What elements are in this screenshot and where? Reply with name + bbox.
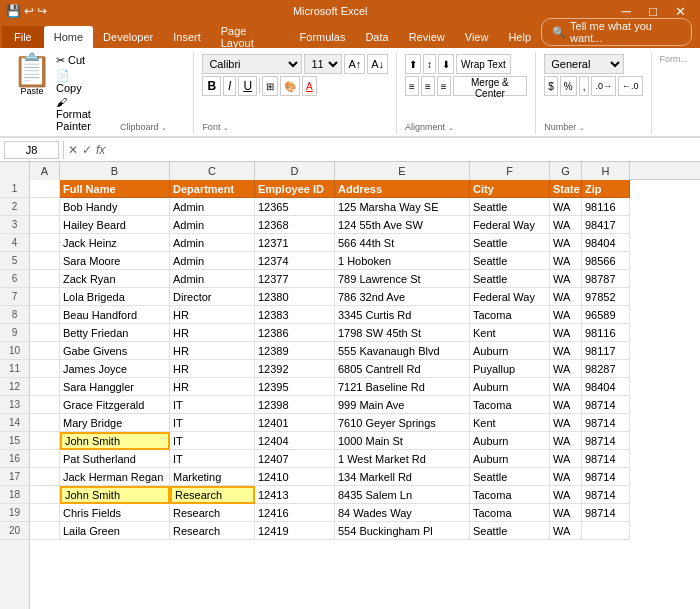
table-row[interactable]: Jack Herman Regan Marketing 12410 134 Ma… — [30, 468, 630, 486]
cell-d14[interactable]: 12401 — [255, 414, 335, 432]
cell-d4[interactable]: 12371 — [255, 234, 335, 252]
cell-d2[interactable]: 12365 — [255, 198, 335, 216]
percent-button[interactable]: % — [560, 76, 577, 96]
table-row[interactable]: John Smith Research 12413 8435 Salem Ln … — [30, 486, 630, 504]
cell-g8[interactable]: WA — [550, 306, 582, 324]
cell-b20[interactable]: Laila Green — [60, 522, 170, 540]
cell-h10[interactable]: 98117 — [582, 342, 630, 360]
font-family-select[interactable]: Calibri — [202, 54, 302, 74]
cell-f1[interactable]: City — [470, 180, 550, 198]
tab-formulas[interactable]: Formulas — [290, 26, 356, 48]
cell-g6[interactable]: WA — [550, 270, 582, 288]
cell-b12[interactable]: Sara Hanggler — [60, 378, 170, 396]
cell-c8[interactable]: HR — [170, 306, 255, 324]
cell-h9[interactable]: 98116 — [582, 324, 630, 342]
cell-e14[interactable]: 7610 Geyer Springs — [335, 414, 470, 432]
cell-c10[interactable]: HR — [170, 342, 255, 360]
wrap-text-button[interactable]: Wrap Text — [456, 54, 511, 74]
cell-b14[interactable]: Mary Bridge — [60, 414, 170, 432]
underline-button[interactable]: U — [238, 76, 257, 96]
table-row[interactable]: Hailey Beard Admin 12368 124 55th Ave SW… — [30, 216, 630, 234]
cell-e16[interactable]: 1 West Market Rd — [335, 450, 470, 468]
format-painter-button[interactable]: 🖌 Format Painter — [56, 96, 98, 132]
cell-f11[interactable]: Puyallup — [470, 360, 550, 378]
cell-e5[interactable]: 1 Hoboken — [335, 252, 470, 270]
cell-d7[interactable]: 12380 — [255, 288, 335, 306]
number-format-select[interactable]: General — [544, 54, 624, 74]
cut-button[interactable]: ✂ Cut — [56, 54, 98, 67]
cell-f13[interactable]: Tacoma — [470, 396, 550, 414]
cell-b19[interactable]: Chris Fields — [60, 504, 170, 522]
cell-d8[interactable]: 12383 — [255, 306, 335, 324]
table-row[interactable]: Pat Sutherland IT 12407 1 West Market Rd… — [30, 450, 630, 468]
cell-d11[interactable]: 12392 — [255, 360, 335, 378]
cell-b10[interactable]: Gabe Givens — [60, 342, 170, 360]
cell-e9[interactable]: 1798 SW 45th St — [335, 324, 470, 342]
cell-e11[interactable]: 6805 Cantrell Rd — [335, 360, 470, 378]
col-header-d[interactable]: D — [255, 162, 335, 180]
cell-b9[interactable]: Betty Friedan — [60, 324, 170, 342]
cell-h3[interactable]: 98417 — [582, 216, 630, 234]
cell-g13[interactable]: WA — [550, 396, 582, 414]
redo-qa-button[interactable]: ↪ — [37, 4, 47, 18]
insert-function-icon[interactable]: fx — [96, 143, 105, 157]
cell-g12[interactable]: WA — [550, 378, 582, 396]
table-row[interactable]: Lola Brigeda Director 12380 786 32nd Ave… — [30, 288, 630, 306]
cell-e18[interactable]: 8435 Salem Ln — [335, 486, 470, 504]
cell-g14[interactable]: WA — [550, 414, 582, 432]
cell-e4[interactable]: 566 44th St — [335, 234, 470, 252]
cell-b17[interactable]: Jack Herman Regan — [60, 468, 170, 486]
table-row[interactable]: Sara Hanggler HR 12395 7121 Baseline Rd … — [30, 378, 630, 396]
tab-view[interactable]: View — [455, 26, 499, 48]
cell-reference-input[interactable] — [4, 141, 59, 159]
cell-e7[interactable]: 786 32nd Ave — [335, 288, 470, 306]
save-qa-button[interactable]: 💾 — [6, 4, 21, 18]
col-header-a[interactable]: A — [30, 162, 60, 180]
cell-b6[interactable]: Zack Ryan — [60, 270, 170, 288]
cell-d16[interactable]: 12407 — [255, 450, 335, 468]
cancel-formula-icon[interactable]: ✕ — [68, 143, 78, 157]
cell-f6[interactable]: Seattle — [470, 270, 550, 288]
cell-c18[interactable]: Research — [170, 486, 255, 504]
cell-g10[interactable]: WA — [550, 342, 582, 360]
cell-f7[interactable]: Federal Way — [470, 288, 550, 306]
copy-button[interactable]: 📄 Copy — [56, 69, 98, 94]
table-row[interactable]: Jack Heinz Admin 12371 566 44th St Seatt… — [30, 234, 630, 252]
col-header-b[interactable]: B — [60, 162, 170, 180]
cell-h7[interactable]: 97852 — [582, 288, 630, 306]
cell-f2[interactable]: Seattle — [470, 198, 550, 216]
cell-f17[interactable]: Seattle — [470, 468, 550, 486]
tell-me-box[interactable]: 🔍 Tell me what you want... — [541, 18, 692, 46]
cell-f3[interactable]: Federal Way — [470, 216, 550, 234]
maximize-button[interactable]: □ — [641, 4, 665, 19]
cell-d19[interactable]: 12416 — [255, 504, 335, 522]
cell-a1[interactable] — [30, 180, 60, 198]
cell-f4[interactable]: Seattle — [470, 234, 550, 252]
cell-d17[interactable]: 12410 — [255, 468, 335, 486]
cell-g7[interactable]: WA — [550, 288, 582, 306]
table-row[interactable]: Zack Ryan Admin 12377 789 Lawrence St Se… — [30, 270, 630, 288]
cell-f12[interactable]: Auburn — [470, 378, 550, 396]
cell-g20[interactable]: WA — [550, 522, 582, 540]
tab-file[interactable]: File — [2, 26, 44, 48]
cell-h5[interactable]: 98566 — [582, 252, 630, 270]
cell-e15[interactable]: 1000 Main St — [335, 432, 470, 450]
cell-g4[interactable]: WA — [550, 234, 582, 252]
cell-e20[interactable]: 554 Buckingham Pl — [335, 522, 470, 540]
cell-g15[interactable]: WA — [550, 432, 582, 450]
cell-h19[interactable]: 98714 — [582, 504, 630, 522]
comma-button[interactable]: , — [579, 76, 590, 96]
increase-font-button[interactable]: A↑ — [344, 54, 365, 74]
cell-h2[interactable]: 98116 — [582, 198, 630, 216]
confirm-formula-icon[interactable]: ✓ — [82, 143, 92, 157]
tab-data[interactable]: Data — [355, 26, 398, 48]
cell-e10[interactable]: 555 Kavanaugh Blvd — [335, 342, 470, 360]
cell-g2[interactable]: WA — [550, 198, 582, 216]
cell-g3[interactable]: WA — [550, 216, 582, 234]
merge-center-button[interactable]: Merge & Center — [453, 76, 528, 96]
table-row[interactable]: James Joyce HR 12392 6805 Cantrell Rd Pu… — [30, 360, 630, 378]
cell-d20[interactable]: 12419 — [255, 522, 335, 540]
cell-c14[interactable]: IT — [170, 414, 255, 432]
cell-h18[interactable]: 98714 — [582, 486, 630, 504]
cell-f14[interactable]: Kent — [470, 414, 550, 432]
